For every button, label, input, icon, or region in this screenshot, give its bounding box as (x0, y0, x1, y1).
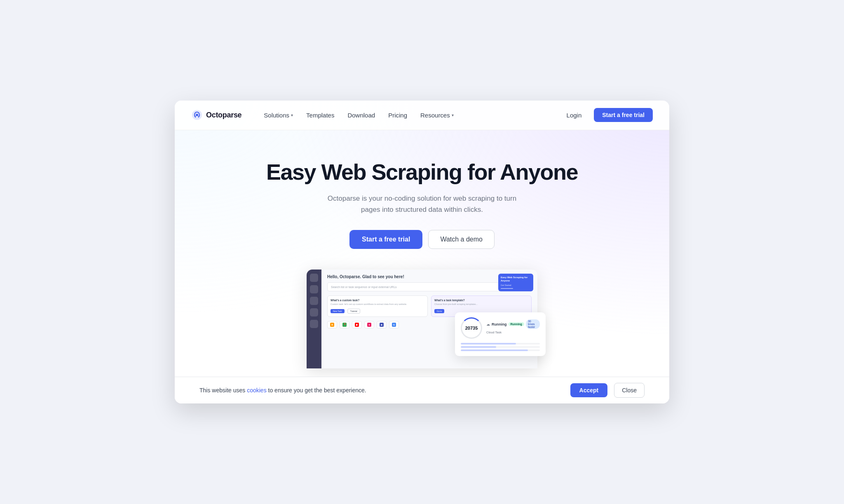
stats-bar-row-3 (461, 349, 540, 351)
accept-cookies-button[interactable]: Accept (570, 383, 608, 397)
cloud-icon: ☁ (486, 322, 490, 326)
sidebar-item (310, 308, 318, 316)
new-task-button: New Task (331, 309, 345, 313)
running-label: Running (492, 322, 507, 326)
nav-download[interactable]: Download (342, 108, 381, 122)
hero-title: Easy Web Scraping for Anyone (191, 159, 653, 185)
source-youtube: ▶ (352, 321, 362, 328)
app-screenshot-area: Hello, Octoparse. Glad to see you here! … (175, 270, 669, 368)
source-google: G (389, 321, 399, 328)
amazon-icon: a (330, 323, 334, 327)
nav-actions: Login Start a free trial (559, 108, 653, 122)
chevron-down-icon-resources: ▾ (452, 113, 454, 117)
sidebar-item (310, 297, 318, 305)
stats-bar-fill-1 (461, 343, 516, 345)
mini-preview-overlay: Easy Web Scraping for Anyone Get Started (498, 274, 533, 291)
close-cookie-button[interactable]: Close (614, 383, 645, 398)
stats-bar-row-1 (461, 343, 540, 345)
nav-templates[interactable]: Templates (300, 108, 340, 122)
logo[interactable]: Octoparse (191, 109, 241, 121)
card-title-2: What's a task template? (434, 299, 528, 302)
browser-window: Octoparse Solutions ▾ Templates Download… (175, 101, 669, 403)
preview-overlay-text: Get Started (501, 284, 531, 287)
cookie-banner: This website uses cookies to ensure you … (175, 377, 669, 403)
source-other2: ■ (377, 321, 387, 328)
running-badge: Running (509, 322, 524, 326)
source-other1: ● (364, 321, 374, 328)
start-trial-hero-button[interactable]: Start a free trial (349, 230, 422, 249)
stats-bar-bg-1 (461, 343, 540, 345)
custom-task-card: What's a custom task? Custom task: let's… (327, 295, 428, 317)
youtube-icon: ▶ (355, 323, 359, 327)
nav-solutions[interactable]: Solutions ▾ (258, 108, 299, 122)
source-amazon: a (327, 321, 337, 328)
stats-running-row: ☁ Running Running 30 times faster (486, 319, 540, 329)
watch-demo-button[interactable]: Watch a demo (428, 230, 495, 249)
stats-bar-bg-3 (461, 349, 540, 351)
cookies-link[interactable]: cookies (247, 387, 266, 394)
hero-section: Easy Web Scraping for Anyone Octoparse i… (175, 130, 669, 270)
nav-pricing[interactable]: Pricing (382, 108, 413, 122)
maps-icon: 📍 (342, 323, 347, 327)
stats-bar-fill-2 (461, 346, 496, 348)
nav-resources[interactable]: Resources ▾ (415, 108, 460, 122)
login-button[interactable]: Login (559, 108, 589, 122)
sidebar-item (310, 285, 318, 293)
other1-icon: ● (367, 323, 371, 327)
app-sidebar (307, 270, 321, 368)
preview-overlay-title: Easy Web Scraping for Anyone (501, 276, 531, 283)
stats-overlay: 20735 ☁ Running Running 30 times faster … (455, 312, 546, 356)
stats-number-row: 20735 ☁ Running Running 30 times faster … (461, 317, 540, 339)
nav-links: Solutions ▾ Templates Download Pricing R… (258, 108, 559, 122)
other2-icon: ■ (380, 323, 384, 327)
speed-badge: 30 times faster (526, 319, 540, 329)
stats-info: ☁ Running Running 30 times faster Cloud … (486, 319, 540, 337)
stats-bars (461, 343, 540, 351)
stats-bar-bg-2 (461, 346, 540, 348)
chevron-down-icon: ▾ (291, 113, 293, 117)
start-trial-nav-button[interactable]: Start a free trial (594, 108, 653, 122)
preview-bar (501, 288, 513, 289)
navbar: Octoparse Solutions ▾ Templates Download… (175, 101, 669, 130)
logo-text: Octoparse (206, 111, 241, 120)
sidebar-item (310, 274, 318, 282)
search-placeholder: Search list or task sequence or input ex… (331, 286, 397, 288)
tutorial-button: Tutorial (347, 309, 360, 314)
task-label: Cloud Task (486, 331, 540, 334)
stats-bar-fill-3 (461, 349, 528, 351)
svg-point-1 (196, 114, 198, 116)
logo-icon (191, 109, 203, 121)
stats-bar-row-2 (461, 346, 540, 348)
card-text: Custom task: let's set up custom workflo… (331, 303, 424, 306)
source-maps: 📍 (340, 321, 349, 328)
card-title: What's a custom task? (331, 299, 424, 302)
hero-buttons: Start a free trial Watch a demo (191, 230, 653, 249)
hero-subtitle: Octoparse is your no-coding solution for… (319, 193, 525, 215)
stats-circle: 20735 (461, 317, 482, 339)
cookie-text: This website uses cookies to ensure you … (199, 387, 564, 394)
card-text-2: Choose from pre-built scraping templates… (434, 303, 528, 306)
sidebar-item (310, 320, 318, 328)
google-icon: G (392, 323, 396, 327)
goto-button: Go to (434, 309, 444, 313)
